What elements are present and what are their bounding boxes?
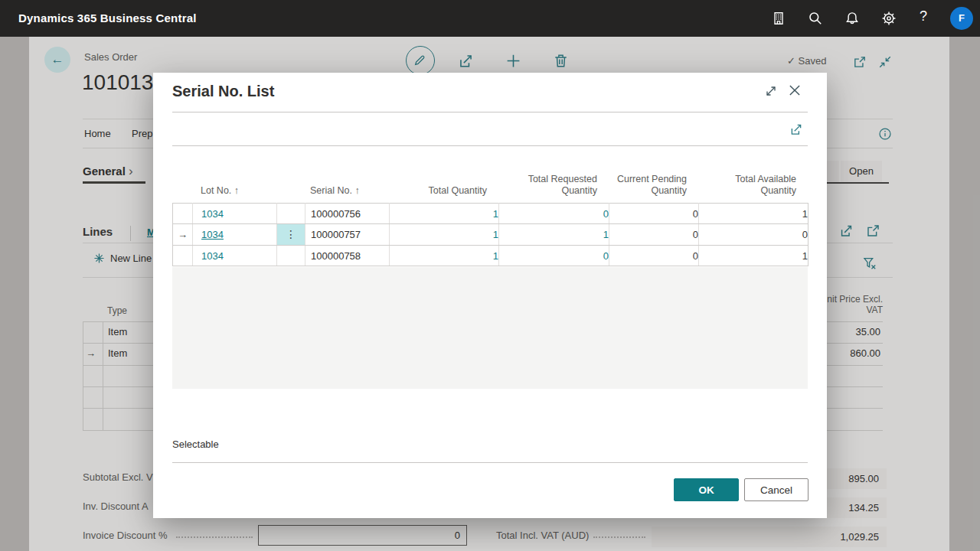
- lot-no-link[interactable]: 1034: [193, 224, 277, 246]
- row-more-cell[interactable]: [277, 246, 305, 266]
- company-icon[interactable]: [771, 11, 786, 26]
- col-header-total-requested[interactable]: Total Requested Quantity: [498, 174, 609, 203]
- row-selector-cell[interactable]: [173, 246, 193, 266]
- total-available-cell[interactable]: 0: [699, 224, 808, 246]
- notifications-bell-icon[interactable]: [844, 11, 860, 26]
- total-quantity-cell[interactable]: 1: [390, 204, 499, 224]
- dialog-share-icon[interactable]: [789, 122, 803, 136]
- screen: Dynamics 365 Business Central ? F: [0, 0, 980, 551]
- sort-ascending-icon: ↑: [234, 185, 239, 196]
- total-requested-cell[interactable]: 0: [499, 204, 609, 224]
- col-header-lot-no[interactable]: Lot No. ↑: [192, 185, 276, 203]
- col-header-total-available[interactable]: Total Available Quantity: [698, 174, 808, 203]
- current-row-marker: →: [173, 224, 193, 246]
- dialog-title: Serial No. List: [172, 83, 274, 100]
- search-icon[interactable]: [808, 11, 823, 26]
- ok-button[interactable]: OK: [674, 478, 739, 501]
- lot-no-link[interactable]: 1034: [193, 204, 277, 224]
- row-more-cell[interactable]: [277, 204, 305, 224]
- cancel-button[interactable]: Cancel: [744, 478, 808, 501]
- current-pending-cell[interactable]: 0: [609, 204, 699, 224]
- col-header-current-pending[interactable]: Current Pending Quantity: [609, 174, 698, 203]
- col-header-total-quantity[interactable]: Total Quantity: [389, 185, 498, 203]
- total-available-cell[interactable]: 1: [699, 204, 808, 224]
- col-header-serial-no[interactable]: Serial No. ↑: [305, 185, 389, 203]
- serial-table: 1034 100000756 1 0 0 1 → 1034 ⋮ 10000075…: [172, 203, 808, 266]
- dialog-footer-divider: [172, 462, 808, 463]
- total-available-cell[interactable]: 1: [699, 246, 808, 266]
- expand-dialog-icon[interactable]: [764, 84, 778, 98]
- sort-ascending-icon: ↑: [354, 185, 359, 196]
- dialog-divider: [172, 112, 808, 112]
- top-navbar: Dynamics 365 Business Central ? F: [0, 0, 980, 37]
- close-icon[interactable]: [787, 83, 802, 98]
- grid-empty-area: [172, 267, 808, 389]
- current-pending-cell[interactable]: 0: [609, 224, 699, 246]
- app-title: Dynamics 365 Business Central: [18, 0, 197, 37]
- current-pending-cell[interactable]: 0: [609, 246, 699, 266]
- col-header-more: [276, 197, 305, 203]
- total-requested-cell[interactable]: 0: [499, 246, 609, 266]
- table-row: 1034 100000758 1 0 0 1: [173, 246, 808, 266]
- serial-no-cell[interactable]: 100000756: [305, 204, 390, 224]
- serial-no-list-dialog: Serial No. List Lot No. ↑ Serial No. ↑ T…: [153, 73, 827, 518]
- total-quantity-cell[interactable]: 1: [390, 224, 499, 246]
- serial-no-cell[interactable]: 100000758: [305, 246, 390, 266]
- avatar[interactable]: F: [950, 7, 973, 30]
- row-more-button[interactable]: ⋮: [277, 224, 305, 246]
- total-requested-cell[interactable]: 1: [499, 224, 609, 246]
- serial-no-cell[interactable]: 100000757: [305, 224, 390, 246]
- settings-gear-icon[interactable]: [881, 11, 897, 26]
- ellipsis-icon: ⋮: [286, 228, 296, 240]
- serial-table-header: Lot No. ↑ Serial No. ↑ Total Quantity To…: [172, 171, 808, 203]
- table-row: 1034 100000756 1 0 0 1: [173, 204, 808, 224]
- selector-column-header: [172, 197, 192, 203]
- table-row-current: → 1034 ⋮ 100000757 1 1 0 0: [173, 224, 808, 246]
- row-selector-cell[interactable]: [173, 204, 193, 224]
- selectable-label: Selectable: [172, 439, 219, 450]
- dialog-toolbar-divider: [172, 145, 808, 146]
- total-quantity-cell[interactable]: 1: [390, 246, 499, 266]
- help-icon[interactable]: ?: [920, 8, 927, 24]
- lot-no-link[interactable]: 1034: [193, 246, 277, 266]
